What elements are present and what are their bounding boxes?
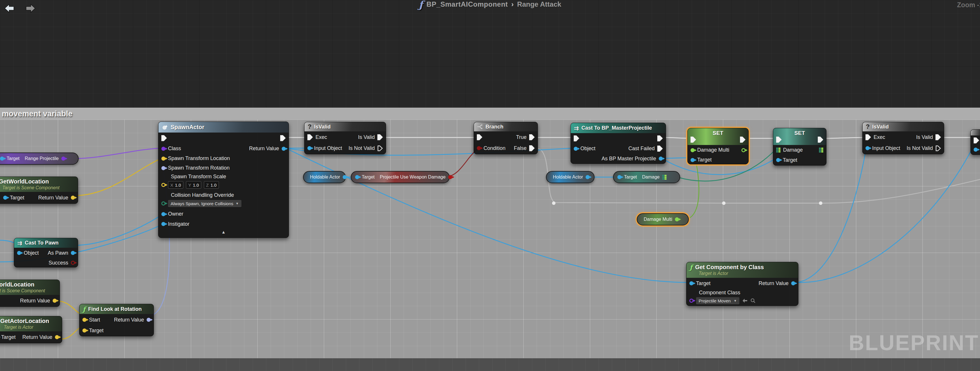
pin-object-output[interactable] [585, 175, 590, 179]
node-get-world-location-2[interactable]: ƒ GetWorldLocation Target is Scene Compo… [0, 280, 60, 307]
pin-class-input[interactable] [161, 147, 165, 151]
node-is-valid-1[interactable]: ? IsValid Exec Is Valid Input Object Is … [304, 122, 386, 154]
pin-condition-input[interactable] [477, 146, 481, 150]
node-get-world-location-1[interactable]: ƒ GetWorldLocation Target is Scene Compo… [0, 176, 78, 204]
node-cast-to-bp-master-projectile[interactable]: ⇉ Cast To BP_MasterProjectile Object Cas… [571, 123, 666, 164]
pin-exec-input[interactable] [974, 138, 979, 144]
pin-return-output[interactable] [52, 299, 57, 303]
pin-target-input[interactable] [83, 328, 86, 333]
node-get-holdable-actor-1[interactable]: Holdable Actor [303, 171, 346, 183]
pin-spawn-location-input[interactable] [161, 157, 165, 161]
pin-is-not-valid-output[interactable] [935, 145, 941, 151]
node-title: SpawnActor [170, 124, 204, 131]
pin-label: Target [697, 157, 712, 163]
pin-spawn-scale-input[interactable] [161, 183, 165, 187]
component-class-dropdown[interactable]: Projectile Moven ▼ [696, 297, 740, 304]
pin-target-input[interactable] [355, 175, 359, 179]
pin-damage-multi-input[interactable] [690, 148, 695, 152]
node-get-component-by-class[interactable]: ƒ Get Component by Class Target is Actor… [686, 262, 799, 306]
pin-success-output[interactable] [71, 261, 75, 265]
pin-object-input[interactable] [17, 251, 21, 255]
pin-target-input[interactable] [617, 175, 621, 179]
pin-is-valid-output[interactable] [935, 134, 941, 140]
pin-object-input[interactable] [574, 147, 578, 151]
pin-input-object[interactable] [865, 146, 870, 150]
node-set-damage[interactable]: SET Damage Target [773, 128, 826, 166]
pin-as-pawn-output[interactable] [71, 251, 75, 255]
pin-exec-input[interactable] [776, 137, 782, 143]
node-collapse-button[interactable]: ▲ [159, 229, 289, 235]
collision-handling-dropdown[interactable]: Always Spawn, Ignore Collisions ▼ [168, 200, 242, 207]
pin-exec-input[interactable] [161, 135, 167, 141]
pin-label: Target [6, 156, 19, 161]
node-get-range-projectile[interactable]: Target Range Projectile [0, 152, 79, 165]
pin-cast-failed-output[interactable] [657, 146, 663, 152]
node-partial-right[interactable] [970, 130, 980, 155]
node-get-damage-multi[interactable]: Damage Multi [637, 213, 689, 225]
pin-exec-output[interactable] [818, 137, 823, 143]
pin-object-input[interactable] [974, 147, 978, 152]
pin-spawn-rotation-input[interactable] [161, 166, 165, 170]
node-get-damage[interactable]: Target Damage [613, 171, 680, 183]
pin-damage-multi-output[interactable] [741, 148, 746, 152]
pin-instigator-input[interactable] [161, 222, 165, 226]
node-subtitle: Target is Actor [690, 271, 795, 276]
scale-y-input[interactable]: Y 1.0 [186, 181, 201, 189]
pin-exec-output[interactable] [740, 137, 746, 143]
comment-header[interactable]: movement variable [0, 108, 980, 120]
pin-return-output[interactable] [282, 147, 286, 151]
scale-x-input[interactable]: X 1.0 [168, 181, 183, 189]
browse-icon[interactable] [750, 298, 756, 303]
node-branch[interactable]: Branch True Condition False [474, 122, 538, 154]
axis-label: Y [188, 182, 191, 187]
pin-start-input[interactable] [83, 318, 86, 322]
node-cast-to-pawn[interactable]: ⇉ Cast To Pawn Object As Pawn Success [14, 238, 78, 267]
pin-return-output[interactable] [146, 318, 151, 322]
node-get-holdable-actor-2[interactable]: Holdable Actor [546, 171, 595, 183]
pin-label: Is Valid [358, 134, 375, 140]
use-selected-icon[interactable] [742, 298, 748, 303]
pin-label: False [514, 145, 527, 151]
node-get-projectile-use-weapon-damage[interactable]: Target Projectile Use Weapon Damage [351, 171, 450, 183]
variable-label: Holdable Actor [553, 174, 583, 180]
pin-as-bp-master-projectile-output[interactable] [659, 157, 663, 161]
pin-damage-output[interactable] [819, 147, 823, 152]
blueprint-graph-canvas[interactable]: movement variable BLUEPRINT [0, 0, 980, 371]
pin-component-class-input[interactable] [689, 299, 694, 303]
pin-false-output[interactable] [529, 145, 535, 151]
node-is-valid-2[interactable]: ? IsValid Exec Is Valid Input Object Is … [862, 122, 944, 154]
pin-class-output[interactable] [61, 157, 65, 161]
pin-owner-input[interactable] [161, 212, 165, 216]
pin-target-input[interactable] [690, 158, 695, 162]
pin-bool-output[interactable] [448, 175, 452, 179]
pin-map-output[interactable] [662, 175, 667, 180]
pin-exec-input[interactable] [690, 137, 696, 143]
function-icon: ƒ [83, 306, 86, 313]
pin-exec-input[interactable] [865, 134, 871, 140]
pin-exec-input[interactable] [574, 136, 579, 142]
scale-z-input[interactable]: Z 1.0 [204, 181, 219, 189]
pin-exec-output[interactable] [280, 135, 286, 141]
pin-target-input[interactable] [0, 157, 4, 161]
pin-exec-input[interactable] [477, 134, 482, 140]
pin-target-input[interactable] [689, 281, 694, 285]
pin-return-output[interactable] [71, 196, 75, 200]
pin-collision-handling-input[interactable] [161, 201, 165, 205]
pin-is-not-valid-output[interactable] [377, 145, 383, 151]
pin-object-output[interactable] [343, 175, 347, 179]
pin-is-valid-output[interactable] [377, 134, 383, 140]
pin-float-output[interactable] [675, 217, 679, 221]
pin-exec-input[interactable] [307, 134, 313, 140]
node-set-damage-multi[interactable]: SET Damage Multi Target [687, 128, 749, 165]
node-find-look-at-rotation[interactable]: ƒ Find Look at Rotation Start Return Val… [79, 304, 154, 336]
pin-true-output[interactable] [529, 134, 535, 140]
pin-return-output[interactable] [791, 281, 795, 285]
pin-target-input[interactable] [776, 158, 780, 162]
pin-damage-input[interactable] [776, 147, 781, 152]
node-spawn-actor[interactable]: SpawnActor Class Return Value Spawn Tran… [158, 122, 289, 238]
node-get-actor-location[interactable]: ƒ GetActorLocation Target is Actor Targe… [0, 316, 62, 343]
pin-return-output[interactable] [55, 335, 59, 339]
pin-target-input[interactable] [3, 196, 7, 200]
pin-input-object[interactable] [307, 146, 312, 150]
pin-exec-output[interactable] [657, 136, 663, 142]
